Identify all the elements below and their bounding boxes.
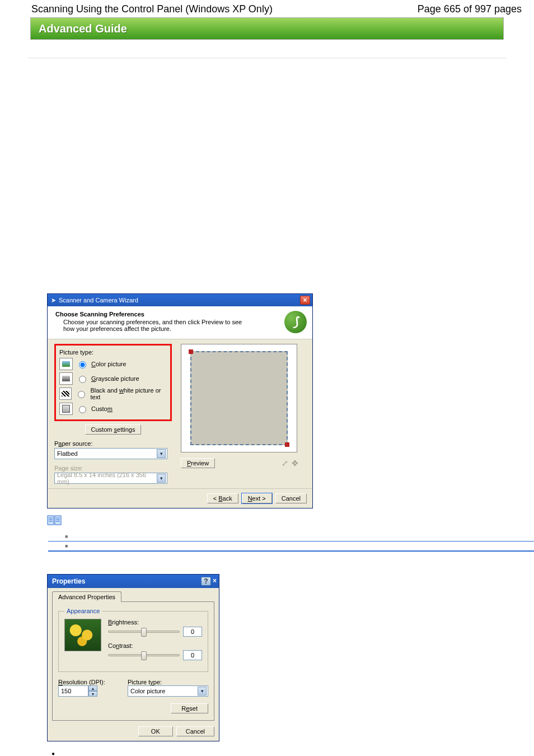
chevron-down-icon: ▾ [198,687,207,696]
properties-titlebar: Properties ? × [48,575,219,588]
note-line-2: ■ [48,542,534,552]
zoom-fit-icon[interactable]: ✥ [292,459,298,468]
note-line-1: ■ [48,531,534,542]
brightness-label: Brightness: [108,619,202,626]
note-icon [47,517,63,529]
wizard-hero-icon: ⟆ [284,311,307,333]
color-picture-icon [59,358,73,370]
radio-bw-label[interactable]: Black and white picture or text [90,387,167,400]
picture-type-label: Picture type: [59,349,167,356]
custom-picture-icon [59,403,73,415]
zoom-out-icon[interactable]: ⤢ [282,459,288,468]
page-size-label: Page size: [54,465,172,472]
radio-custom-picture[interactable] [79,406,86,413]
chevron-down-icon[interactable]: ▼ [88,691,97,697]
page-size-select: Legal 8.5 x 14 inches (216 x 356 mm) ▾ [54,473,167,484]
page-size-value: Legal 8.5 x 14 inches (216 x 356 mm) [57,472,157,485]
wizard-titlebar: ➤ Scanner and Camera Wizard × [48,294,312,306]
picture-type-value: Color picture [130,688,165,694]
cancel-button[interactable]: Cancel [275,493,307,503]
cancel-button[interactable]: Cancel [176,726,214,736]
preview-area [181,344,297,452]
radio-grayscale-picture[interactable] [79,376,86,383]
chevron-down-icon: ▾ [157,449,166,458]
resolution-label: Resolution (DPI): [58,679,120,685]
radio-custom-label[interactable]: Custom [91,405,113,412]
contrast-value[interactable]: 0 [183,650,202,660]
picture-type-group: Picture type: CColor pictureolor picture… [54,344,172,421]
resolution-stepper[interactable]: 150 ▲▼ [58,685,97,697]
page-counter: Page 665 of 997 pages [418,3,522,15]
radio-grayscale-label[interactable]: Grayscale picture [91,375,139,382]
back-button[interactable]: < Back [207,493,238,503]
chevron-up-icon[interactable]: ▲ [88,685,97,691]
wizard-footer: < Back Next > Cancel [48,488,312,508]
wizard-header: Choose Scanning Preferences Choose your … [48,306,312,339]
resolution-value: 150 [58,685,88,697]
reset-button[interactable]: Reset [171,703,208,713]
picture-type-select[interactable]: Color picture ▾ [128,685,208,697]
banner-title: Advanced Guide [39,22,127,35]
wizard-header-subtitle: Choose your scanning preferences, and th… [63,319,254,332]
properties-title: Properties [52,577,85,585]
appearance-legend: Appearance [64,608,102,614]
brightness-value[interactable]: 0 [183,627,202,637]
page-header: Scanning Using the Control Panel (Window… [0,0,534,17]
svg-rect-1 [55,516,61,525]
brightness-slider[interactable] [108,631,180,633]
custom-settings-button[interactable]: Custom settings [85,424,142,435]
paper-source-label: Paper source: [54,440,172,447]
radio-color-label[interactable]: CColor pictureolor picture [91,361,126,367]
bw-picture-icon [59,388,72,400]
picture-type-label: Picture type: [128,679,208,685]
preview-selection[interactable] [190,351,288,445]
guide-banner: Advanced Guide [30,17,504,40]
wizard-app-icon: ➤ [51,297,56,304]
banner-wrapper: Advanced Guide [0,17,534,40]
appearance-thumbnail [64,619,101,651]
paper-source-value: Flatbed [57,450,78,457]
tab-advanced-properties[interactable]: Advanced Properties [52,591,121,602]
wizard-window: ➤ Scanner and Camera Wizard × Choose Sca… [47,293,313,508]
close-icon[interactable]: × [213,577,217,586]
bullet: ● [51,750,534,756]
appearance-group: Appearance Brightness: 0 Contrast: [58,608,208,672]
close-icon[interactable]: × [300,296,310,305]
grayscale-picture-icon [59,372,73,385]
wizard-title: Scanner and Camera Wizard [59,297,138,304]
radio-bw-picture[interactable] [78,391,85,398]
paper-source-select[interactable]: Flatbed ▾ [54,448,167,459]
preview-button[interactable]: PPreviewreview [181,458,215,468]
chevron-down-icon: ▾ [157,474,166,483]
ok-button[interactable]: OK [138,726,173,736]
radio-color-picture[interactable] [79,361,86,368]
page-title-left: Scanning Using the Control Panel (Window… [31,3,273,15]
svg-rect-0 [48,516,54,525]
help-icon[interactable]: ? [201,577,211,586]
contrast-label: Contrast: [108,642,202,649]
wizard-header-title: Choose Scanning Preferences [55,311,254,318]
contrast-slider[interactable] [108,654,180,656]
properties-dialog: Properties ? × Advanced Properties Appea… [47,574,219,741]
next-button[interactable]: Next > [242,493,272,503]
